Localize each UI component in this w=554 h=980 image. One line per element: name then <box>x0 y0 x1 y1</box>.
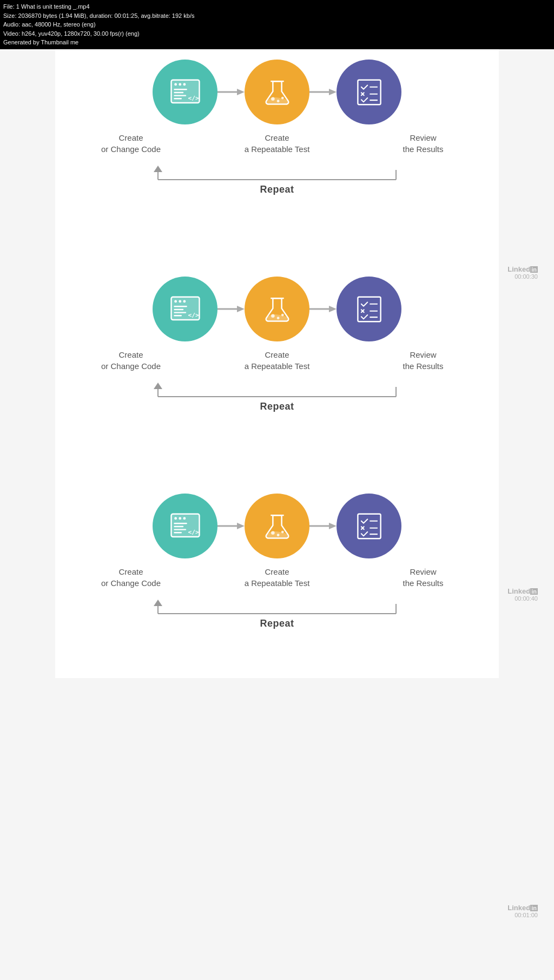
svg-marker-73 <box>329 523 337 529</box>
file-info-line1: File: 1 What is unit testing _.mp4 <box>3 2 551 11</box>
repeat-label-1: Repeat <box>260 184 294 195</box>
repeat-arrow-2 <box>147 382 407 399</box>
step-3-3-checklist-icon <box>337 494 401 558</box>
watermark-3: Linkedin 00:01:00 <box>507 904 538 918</box>
svg-marker-55 <box>154 383 162 389</box>
diagram-block-1: </> <box>55 38 499 212</box>
diagram-row-3: </> <box>153 494 401 558</box>
svg-point-32 <box>183 300 186 302</box>
labels-row-1: Create or Change Code Create a Repeatabl… <box>55 132 499 155</box>
svg-rect-63 <box>174 529 186 530</box>
svg-point-4 <box>183 83 186 85</box>
labels-row-3: Create or Change Code Create a Repeatabl… <box>55 566 499 589</box>
svg-marker-67 <box>237 523 245 529</box>
file-info-bar: File: 1 What is unit testing _.mp4 Size:… <box>0 0 554 49</box>
svg-rect-5 <box>174 89 187 90</box>
labels-row-2: Create or Change Code Create a Repeatabl… <box>55 349 499 372</box>
repeat-label-3: Repeat <box>260 618 294 629</box>
svg-marker-39 <box>237 306 245 312</box>
svg-rect-33 <box>174 306 187 307</box>
step-2-3-checklist-icon <box>337 277 401 341</box>
main-content: </> <box>55 0 499 678</box>
label-3-repeatable-test: Create a Repeatable Test <box>217 566 337 589</box>
watermark-2: Linkedin 00:00:40 <box>507 587 538 602</box>
linkedin-logo-3: Linkedin <box>507 904 538 912</box>
arrow-3-2-to-3 <box>309 518 337 534</box>
step-3-checklist-icon <box>337 60 401 124</box>
repeat-arrow-3 <box>147 598 407 616</box>
repeat-section-2: Repeat <box>147 382 407 412</box>
repeat-section-3: Repeat <box>147 598 407 629</box>
arrow-3-1-to-2 <box>217 518 245 534</box>
label-2-repeatable-test: Create a Repeatable Test <box>217 349 337 372</box>
svg-rect-64 <box>174 532 182 533</box>
step-2-1-code-icon: </> <box>153 277 217 341</box>
file-info-line4: Video: h264, yuv420p, 1280x720, 30.00 fp… <box>3 29 551 38</box>
watermark-1: Linkedin 00:00:30 <box>507 265 538 280</box>
svg-text:</>: </> <box>188 311 199 319</box>
svg-rect-6 <box>174 91 183 93</box>
step-1-code-icon: </> <box>153 60 217 124</box>
repeat-label-2: Repeat <box>260 401 294 412</box>
label-3-review-results: Review the Results <box>364 566 483 589</box>
arrow-1-to-2 <box>217 84 245 100</box>
repeat-arrow-1 <box>147 165 407 182</box>
svg-marker-27 <box>154 166 162 172</box>
arrow-2-to-3 <box>309 84 337 100</box>
svg-point-31 <box>179 300 181 302</box>
svg-text:</>: </> <box>188 94 199 102</box>
svg-rect-8 <box>174 98 182 99</box>
file-info-line2: Size: 2036870 bytes (1.94 MiB), duration… <box>3 11 551 21</box>
step-2-2-flask-icon <box>245 277 309 341</box>
svg-rect-61 <box>174 523 187 524</box>
step-3-1-code-icon: </> <box>153 494 217 558</box>
arrow-2-2-to-3 <box>309 301 337 317</box>
file-info-line3: Audio: aac, 48000 Hz, stereo (eng) <box>3 20 551 29</box>
svg-rect-35 <box>174 312 186 313</box>
label-2-review-results: Review the Results <box>364 349 483 372</box>
repeat-section-1: Repeat <box>147 165 407 195</box>
svg-point-59 <box>179 517 181 519</box>
diagram-block-2: </> <box>55 255 499 429</box>
step-3-2-flask-icon <box>245 494 309 558</box>
label-2-create-code: Create or Change Code <box>71 349 190 372</box>
file-info-line5: Generated by Thumbnail me <box>3 38 551 47</box>
svg-rect-62 <box>174 525 183 527</box>
linkedin-logo-2: Linkedin <box>507 587 538 595</box>
linkedin-logo-1: Linkedin <box>507 265 538 273</box>
svg-point-30 <box>174 300 177 302</box>
svg-point-58 <box>174 517 177 519</box>
watermark-time-2: 00:00:40 <box>507 595 538 602</box>
svg-marker-17 <box>329 89 337 95</box>
label-1-review-results: Review the Results <box>364 132 483 155</box>
diagram-block-3: </> <box>55 472 499 646</box>
svg-point-2 <box>174 83 177 85</box>
arrow-2-1-to-2 <box>217 301 245 317</box>
svg-text:</>: </> <box>188 528 199 536</box>
svg-rect-36 <box>174 315 182 316</box>
svg-marker-45 <box>329 306 337 312</box>
label-1-repeatable-test: Create a Repeatable Test <box>217 132 337 155</box>
svg-marker-83 <box>154 600 162 606</box>
diagram-row-1: </> <box>153 60 401 124</box>
step-2-flask-icon <box>245 60 309 124</box>
label-3-create-code: Create or Change Code <box>71 566 190 589</box>
svg-point-60 <box>183 517 186 519</box>
svg-point-3 <box>179 83 181 85</box>
watermark-time-1: 00:00:30 <box>507 273 538 280</box>
label-1-create-code: Create or Change Code <box>71 132 190 155</box>
svg-marker-11 <box>237 89 245 95</box>
svg-rect-34 <box>174 308 183 310</box>
watermark-time-3: 00:01:00 <box>507 912 538 918</box>
svg-rect-7 <box>174 95 186 96</box>
diagram-row-2: </> <box>153 277 401 341</box>
